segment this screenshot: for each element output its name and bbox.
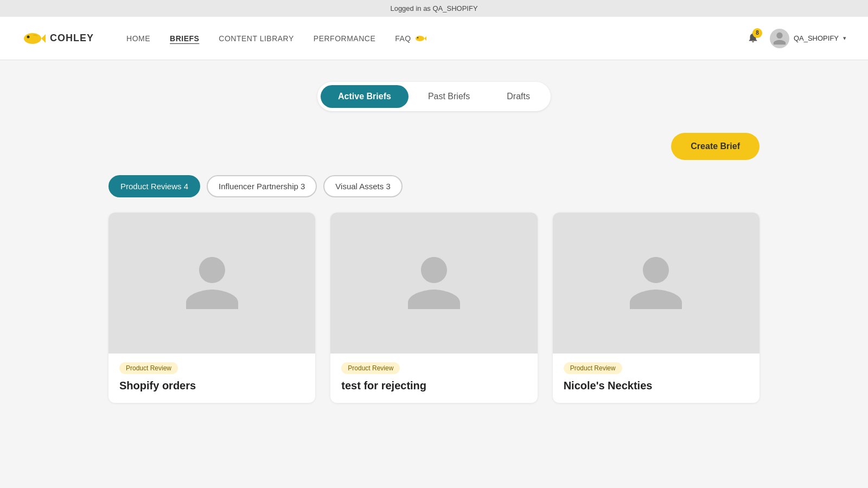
user-dropdown-arrow: ▾	[843, 35, 846, 42]
content-area: Create Brief Product Reviews 4 Influence…	[108, 133, 760, 403]
svg-point-3	[416, 36, 424, 41]
brief-card[interactable]: Product Review test for rejecting	[330, 213, 537, 403]
placeholder-avatar-icon	[180, 251, 245, 316]
card-body-1: Product Review Shopify orders	[108, 354, 315, 403]
card-body-3: Product Review Nicole's Neckties	[553, 354, 760, 403]
card-image-1	[108, 213, 315, 354]
card-title-1: Shopify orders	[119, 380, 304, 392]
card-title-2: test for rejecting	[341, 380, 526, 392]
tab-group: Active Briefs Past Briefs Drafts	[317, 82, 551, 111]
logo-area[interactable]: COHLEY	[22, 30, 94, 47]
card-body-2: Product Review test for rejecting	[330, 354, 537, 403]
nav-right: 8 QA_SHOPIFY ▾	[747, 29, 846, 48]
nav-briefs[interactable]: BRIEFS	[170, 34, 199, 43]
tab-switcher: Active Briefs Past Briefs Drafts	[11, 82, 857, 111]
svg-point-0	[24, 33, 41, 44]
nav-performance[interactable]: PERFORMANCE	[314, 34, 375, 43]
filter-row: Product Reviews 4 Influencer Partnership…	[108, 175, 760, 197]
placeholder-avatar-icon	[401, 251, 467, 316]
top-banner: Logged in as QA_SHOPIFY	[0, 0, 868, 17]
card-tag-1: Product Review	[119, 362, 178, 374]
tab-active-briefs[interactable]: Active Briefs	[321, 85, 409, 108]
nav-faq[interactable]: FAQ	[395, 34, 426, 43]
logo-fish-icon	[22, 30, 46, 47]
cards-grid: Product Review Shopify orders Product Re…	[108, 213, 760, 403]
nav-home[interactable]: HOME	[126, 34, 150, 43]
filter-product-reviews[interactable]: Product Reviews 4	[108, 175, 200, 197]
svg-marker-1	[41, 34, 46, 43]
brief-card[interactable]: Product Review Shopify orders	[108, 213, 315, 403]
logo-text: COHLEY	[50, 33, 94, 44]
placeholder-avatar-icon	[623, 251, 688, 316]
brief-card[interactable]: Product Review Nicole's Neckties	[553, 213, 760, 403]
svg-point-5	[417, 37, 419, 38]
avatar	[770, 29, 789, 48]
svg-point-2	[27, 35, 30, 38]
action-row: Create Brief	[108, 133, 760, 160]
card-image-2	[330, 213, 537, 354]
faq-fish-icon	[414, 34, 426, 43]
filter-visual-assets[interactable]: Visual Assets 3	[323, 175, 402, 197]
username-label: QA_SHOPIFY	[794, 34, 839, 42]
user-menu[interactable]: QA_SHOPIFY ▾	[770, 29, 846, 48]
notification-badge: 8	[752, 28, 762, 38]
main-content: Active Briefs Past Briefs Drafts Create …	[0, 60, 868, 488]
create-brief-button[interactable]: Create Brief	[671, 133, 760, 160]
notification-button[interactable]: 8	[747, 31, 759, 46]
card-title-3: Nicole's Neckties	[564, 380, 749, 392]
tab-drafts[interactable]: Drafts	[489, 85, 547, 108]
header: COHLEY HOME BRIEFS CONTENT LIBRARY PERFO…	[0, 17, 868, 60]
main-nav: HOME BRIEFS CONTENT LIBRARY PERFORMANCE …	[126, 34, 747, 43]
banner-text: Logged in as QA_SHOPIFY	[390, 4, 477, 12]
card-tag-3: Product Review	[564, 362, 622, 374]
card-tag-2: Product Review	[341, 362, 400, 374]
nav-content-library[interactable]: CONTENT LIBRARY	[219, 34, 293, 43]
filter-influencer-partnership[interactable]: Influencer Partnership 3	[207, 175, 317, 197]
svg-marker-4	[424, 36, 426, 41]
tab-past-briefs[interactable]: Past Briefs	[411, 85, 487, 108]
card-image-3	[553, 213, 760, 354]
